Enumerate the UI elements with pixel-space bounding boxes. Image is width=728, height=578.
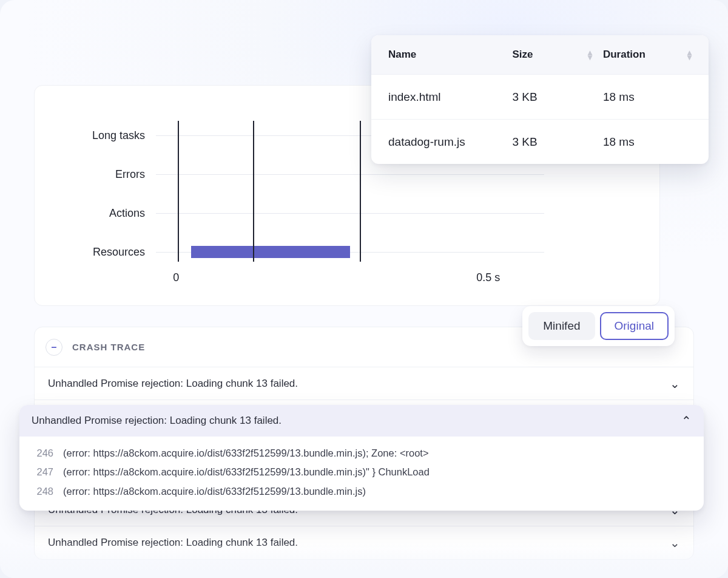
x-tick: 0 [173, 271, 179, 284]
chart-row-label: Long tasks [47, 129, 156, 142]
trace-row[interactable]: Unhandled Promise rejection: Loading chu… [35, 367, 693, 400]
trace-row[interactable]: Unhandled Promise rejection: Loading chu… [35, 526, 693, 559]
chevron-down-icon[interactable]: ⌄ [670, 536, 680, 550]
col-duration-label: Duration [603, 49, 645, 61]
sort-icon[interactable]: ▴▾ [687, 50, 692, 60]
chevron-up-icon[interactable]: ⌃ [681, 413, 692, 428]
source-toggle: Minifed Original [522, 306, 675, 346]
col-name-header[interactable]: Name [388, 49, 512, 61]
code-line: 247(error: https://a8ckom.acquire.io/dis… [32, 463, 692, 481]
chart-vline [253, 121, 254, 262]
chart-xaxis: 0 0.5 s [156, 271, 659, 290]
cell-size: 3 KB [512, 90, 602, 104]
table-row[interactable]: datadog-rum.js 3 KB 18 ms [371, 119, 709, 164]
app-canvas: Long tasks Errors Actions Resources 0 0.… [0, 0, 728, 578]
cell-size: 3 KB [512, 135, 602, 149]
col-duration-header[interactable]: Duration ▴▾ [603, 49, 692, 61]
collapse-icon[interactable]: – [46, 339, 62, 356]
trace-row-text: Unhandled Promise rejection: Loading chu… [32, 415, 281, 427]
code-line: 246(error: https://a8ckom.acquire.io/dis… [32, 444, 692, 463]
x-tick: 0.5 s [476, 271, 500, 284]
stack-code: 246(error: https://a8ckom.acquire.io/dis… [19, 437, 704, 511]
trace-row-expanded: Unhandled Promise rejection: Loading chu… [19, 405, 704, 511]
col-size-label: Size [512, 49, 533, 61]
trace-row-expanded-header[interactable]: Unhandled Promise rejection: Loading chu… [19, 405, 704, 437]
chevron-down-icon[interactable]: ⌄ [670, 376, 680, 391]
line-number: 246 [32, 444, 53, 463]
crash-trace-title: CRASH TRACE [72, 342, 145, 352]
chart-row-track [156, 252, 544, 253]
sort-icon[interactable]: ▴▾ [588, 50, 592, 60]
chart-vline [360, 121, 361, 262]
resources-table: Name Size ▴▾ Duration ▴▾ index.html 3 KB… [371, 35, 709, 164]
chart-vline [178, 121, 179, 262]
trace-row-text: Unhandled Promise rejection: Loading chu… [48, 537, 298, 549]
cell-name: index.html [388, 90, 512, 104]
line-number: 247 [32, 463, 53, 481]
resources-table-header: Name Size ▴▾ Duration ▴▾ [371, 35, 709, 74]
col-size-header[interactable]: Size ▴▾ [512, 49, 602, 61]
code-text: (error: https://a8ckom.acquire.io/dist/6… [63, 482, 366, 501]
resources-bar[interactable] [191, 246, 350, 258]
chart-row-track [156, 213, 544, 214]
chart-row-label: Errors [47, 168, 156, 181]
chart-row-label: Resources [47, 246, 156, 259]
trace-row-text: Unhandled Promise rejection: Loading chu… [48, 378, 298, 390]
cell-duration: 18 ms [603, 90, 692, 104]
code-text: (error: https://a8ckom.acquire.io/dist/6… [63, 444, 429, 463]
chart-row-track [156, 174, 544, 175]
cell-duration: 18 ms [603, 135, 692, 149]
toggle-original[interactable]: Original [600, 312, 669, 340]
line-number: 248 [32, 482, 53, 501]
code-text: (error: https://a8ckom.acquire.io/dist/6… [63, 463, 430, 481]
table-row[interactable]: index.html 3 KB 18 ms [371, 74, 709, 119]
cell-name: datadog-rum.js [388, 135, 512, 149]
code-line: 248(error: https://a8ckom.acquire.io/dis… [32, 482, 692, 501]
toggle-minified[interactable]: Minifed [528, 312, 595, 340]
chart-row-label: Actions [47, 207, 156, 220]
